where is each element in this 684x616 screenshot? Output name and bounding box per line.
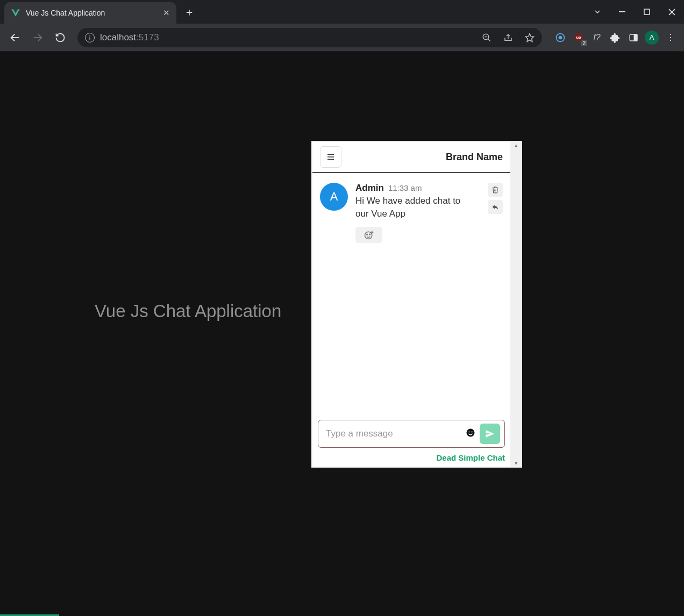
- chat-scrollbar[interactable]: ▴ ▾: [510, 141, 522, 468]
- chat-footer: [312, 416, 510, 450]
- window-minimize-icon[interactable]: [610, 0, 635, 24]
- extension-icon-1[interactable]: [553, 30, 568, 45]
- chat-menu-button[interactable]: [320, 146, 341, 168]
- extensions-area: uo 2 f? A ⋮: [550, 30, 679, 45]
- vue-favicon: [11, 8, 20, 18]
- chat-message: A Admin 11:33 am Hi We have added chat t…: [320, 183, 503, 243]
- message-input[interactable]: [326, 428, 461, 439]
- window-maximize-icon[interactable]: [635, 0, 659, 24]
- send-button[interactable]: [480, 424, 500, 444]
- svg-rect-16: [635, 34, 637, 41]
- message-text: Hi We have added chat to our Vue App: [355, 195, 463, 220]
- page-heading: Vue Js Chat Application: [95, 301, 281, 321]
- chat-inner: Brand Name A Admin 11:33 am Hi We have a…: [312, 142, 510, 467]
- profile-avatar[interactable]: A: [644, 30, 659, 45]
- share-icon[interactable]: [500, 33, 516, 42]
- svg-point-20: [365, 232, 372, 239]
- new-tab-button[interactable]: ＋: [176, 5, 202, 19]
- svg-point-25: [467, 428, 475, 436]
- page-viewport: Vue Js Chat Application Brand Name A Adm…: [0, 59, 684, 616]
- svg-point-12: [559, 35, 562, 39]
- add-reaction-button[interactable]: [355, 227, 382, 243]
- tab-title: Vue Js Chat Application: [26, 9, 158, 17]
- url-port: :5173: [136, 32, 159, 42]
- message-main: Admin 11:33 am Hi We have added chat to …: [355, 183, 480, 243]
- svg-point-26: [468, 431, 469, 432]
- svg-marker-10: [526, 33, 534, 41]
- bookmark-star-icon[interactable]: [522, 33, 538, 42]
- extensions-puzzle-icon[interactable]: [608, 30, 623, 45]
- nav-reload-button[interactable]: [51, 28, 70, 47]
- window-controls: [585, 0, 684, 24]
- browser-toolbar: i localhost:5173 uo 2 f?: [0, 24, 684, 52]
- svg-point-21: [367, 234, 368, 235]
- chat-widget: Brand Name A Admin 11:33 am Hi We have a…: [311, 141, 522, 468]
- browser-chrome: Vue Js Chat Application ✕ ＋: [0, 0, 684, 52]
- svg-point-22: [369, 234, 370, 235]
- browser-tab-active[interactable]: Vue Js Chat Application ✕: [4, 2, 176, 24]
- svg-rect-1: [644, 9, 650, 15]
- reply-message-button[interactable]: [488, 200, 503, 214]
- chat-messages-area: A Admin 11:33 am Hi We have added chat t…: [312, 173, 510, 416]
- message-time: 11:33 am: [388, 183, 422, 192]
- message-actions: [488, 183, 503, 243]
- scroll-up-icon[interactable]: ▴: [510, 142, 522, 149]
- close-tab-icon[interactable]: ✕: [163, 8, 170, 18]
- url-text: localhost:5173: [100, 32, 159, 43]
- url-host: localhost: [100, 32, 136, 42]
- address-bar[interactable]: i localhost:5173: [77, 28, 542, 47]
- delete-message-button[interactable]: [488, 183, 503, 197]
- compose-box: [318, 420, 505, 448]
- scroll-down-icon[interactable]: ▾: [510, 460, 522, 467]
- svg-rect-0: [619, 11, 625, 12]
- side-panel-icon[interactable]: [626, 30, 641, 45]
- nav-forward-button: [28, 28, 47, 47]
- svg-point-27: [472, 431, 473, 432]
- svg-line-7: [488, 39, 490, 41]
- chat-brand-name: Brand Name: [446, 152, 503, 163]
- zoom-icon[interactable]: [479, 33, 495, 42]
- ublock-badge: 2: [581, 40, 587, 46]
- emoji-picker-button[interactable]: [466, 428, 475, 440]
- window-close-icon[interactable]: [659, 0, 684, 24]
- ublock-icon[interactable]: uo 2: [571, 30, 586, 45]
- site-info-icon[interactable]: i: [85, 33, 95, 42]
- message-avatar: A: [320, 183, 348, 211]
- nav-back-button[interactable]: [5, 28, 25, 47]
- chat-header: Brand Name: [312, 142, 510, 173]
- chevron-down-icon[interactable]: [585, 0, 610, 24]
- widget-branding-link[interactable]: Dead Simple Chat: [436, 453, 505, 462]
- svg-text:uo: uo: [576, 34, 581, 39]
- extension-icon-font[interactable]: f?: [589, 30, 604, 45]
- avatar-initial: A: [645, 31, 659, 45]
- browser-menu-icon[interactable]: ⋮: [662, 32, 679, 42]
- widget-footer: Dead Simple Chat: [312, 450, 510, 467]
- tab-strip: Vue Js Chat Application ✕ ＋: [0, 0, 684, 24]
- message-sender: Admin: [355, 183, 384, 194]
